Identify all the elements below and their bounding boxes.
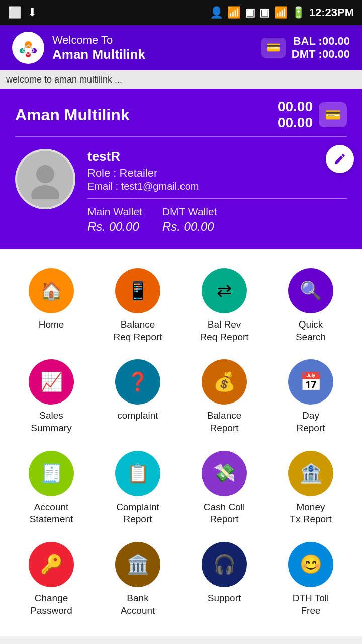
grid-item-cash-coll-report[interactable]: 💸Cash Coll Report — [183, 447, 265, 530]
screen-record-icon: ⬜ — [8, 6, 22, 19]
wallet-icon-card: 💳 — [319, 102, 347, 127]
app-logo — [12, 32, 44, 64]
welcome-line2: Aman Multilink — [52, 47, 145, 62]
svg-point-9 — [36, 165, 54, 183]
balance-report-label: Balance Report — [207, 410, 242, 434]
dth-toll-free-icon: 😊 — [288, 542, 333, 587]
status-bar: ⬜ ⬇ 👤 📶 ▣ ▣ 📶 🔋 12:23PM — [0, 0, 362, 25]
grid-item-complaint-report[interactable]: 📋Complaint Report — [97, 447, 179, 530]
main-card: Aman Multilink 00.00 00.00 💳 testR Role … — [0, 89, 362, 249]
welcome-text: Welcome To Aman Multilink — [52, 34, 145, 62]
change-password-icon: 🔑 — [29, 542, 74, 587]
dmt-label-value: DMT :00.00 — [292, 48, 350, 61]
home-label: Home — [39, 318, 64, 331]
quick-search-label: Quick Search — [296, 318, 326, 343]
bal-row: 💳 BAL :00.00 DMT :00.00 — [261, 35, 350, 61]
wallets-row: Main Wallet Rs. 00.00 DMT Wallet Rs. 00.… — [87, 206, 347, 234]
grid-item-bank-account[interactable]: 🏛️Bank Account — [97, 538, 179, 621]
wallet-divider — [87, 198, 347, 199]
account-statement-icon: 🧾 — [29, 451, 74, 496]
avatar — [15, 149, 75, 209]
download-icon: ⬇ — [28, 6, 37, 19]
balance-report-icon: 💰 — [202, 359, 247, 405]
grid-item-support[interactable]: 🎧Support — [183, 538, 265, 621]
grid-item-change-password[interactable]: 🔑Change Password — [10, 538, 93, 621]
dmt-wallet-label: DMT Wallet — [162, 206, 217, 218]
grid-item-bal-rev-req-report[interactable]: ⇄Bal Rev Req Report — [183, 264, 265, 347]
main-wallet-label: Main Wallet — [87, 206, 142, 218]
home-icon: 🏠 — [29, 268, 74, 313]
sales-summary-icon: 📈 — [29, 359, 74, 405]
edit-icon — [333, 152, 346, 166]
dmt-wallet: DMT Wallet Rs. 00.00 — [162, 206, 217, 234]
status-icons-right: 👤 📶 ▣ ▣ 📶 🔋 12:23PM — [210, 6, 354, 19]
profile-role: Role : Retailer — [87, 167, 347, 180]
bal-label-value: BAL :00.00 — [292, 35, 350, 48]
cash-coll-report-icon: 💸 — [202, 451, 247, 496]
profile-section: testR Role : Retailer Email : test1@gmai… — [0, 137, 362, 249]
profile-username: testR — [87, 149, 347, 165]
card-balance-values: 00.00 00.00 — [278, 99, 313, 131]
clock: 12:23PM — [309, 6, 354, 19]
grid-item-balance-req-report[interactable]: 📱Balance Req Report — [97, 264, 179, 347]
complaint-label: complaint — [117, 410, 158, 422]
grid-item-account-statement[interactable]: 🧾Account Statement — [10, 447, 93, 530]
bal-rev-req-report-icon: ⇄ — [202, 268, 247, 313]
battery-icon: 🔋 — [292, 6, 305, 19]
grid-item-sales-summary[interactable]: 📈Sales Summary — [10, 355, 93, 438]
grid-item-complaint[interactable]: ❓complaint — [97, 355, 179, 438]
main-wallet-amount: Rs. 00.00 — [87, 220, 142, 234]
svg-point-10 — [31, 185, 59, 199]
grid-item-dth-toll-free[interactable]: 😊DTH Toll Free — [269, 538, 352, 621]
grid-item-quick-search[interactable]: 🔍Quick Search — [269, 264, 352, 347]
wifi-icon: 📶 — [227, 6, 241, 19]
balance-req-report-label: Balance Req Report — [113, 318, 162, 343]
logo-svg — [15, 35, 41, 61]
grid-item-money-tx-report[interactable]: 🏦Money Tx Report — [269, 447, 352, 530]
bal-rev-req-report-label: Bal Rev Req Report — [200, 318, 248, 343]
balance-req-report-icon: 📱 — [115, 268, 160, 313]
sim2-icon: ▣ — [259, 6, 270, 19]
profile-info: testR Role : Retailer Email : test1@gmai… — [87, 149, 347, 234]
day-report-icon: 📅 — [288, 359, 333, 405]
ticker-text: welcome to aman multilink ... — [6, 74, 122, 85]
bank-account-label: Bank Account — [121, 592, 155, 617]
support-icon: 🎧 — [202, 542, 247, 587]
dth-toll-free-label: DTH Toll Free — [293, 592, 329, 617]
money-tx-report-icon: 🏦 — [288, 451, 333, 496]
signal-icon: 📶 — [274, 6, 288, 19]
grid-item-day-report[interactable]: 📅Day Report — [269, 355, 352, 438]
header-balance: 💳 BAL :00.00 DMT :00.00 — [261, 35, 350, 61]
sales-summary-label: Sales Summary — [31, 410, 71, 434]
quick-search-icon: 🔍 — [288, 268, 333, 313]
menu-grid: 🏠Home📱Balance Req Report⇄Bal Rev Req Rep… — [10, 264, 352, 621]
account-statement-label: Account Statement — [30, 501, 73, 526]
sim-icon: ▣ — [245, 6, 255, 19]
ticker-bar: welcome to aman multilink ... — [0, 70, 362, 89]
person-icon: 👤 — [210, 6, 223, 19]
welcome-line1: Welcome To — [52, 34, 145, 47]
day-report-label: Day Report — [296, 410, 325, 434]
profile-email: Email : test1@gmail.com — [87, 181, 347, 192]
edit-profile-button[interactable] — [326, 145, 354, 173]
avatar-svg — [25, 159, 65, 199]
cash-coll-report-label: Cash Coll Report — [204, 501, 245, 526]
card-header: Aman Multilink 00.00 00.00 💳 — [0, 89, 362, 136]
status-icons-left: ⬜ ⬇ — [8, 6, 37, 19]
complaint-icon: ❓ — [115, 359, 160, 405]
top-header: Welcome To Aman Multilink 💳 BAL :00.00 D… — [0, 25, 362, 70]
main-wallet: Main Wallet Rs. 00.00 — [87, 206, 142, 234]
complaint-report-icon: 📋 — [115, 451, 160, 496]
grid-item-balance-report[interactable]: 💰Balance Report — [183, 355, 265, 438]
grid-item-home[interactable]: 🏠Home — [10, 264, 93, 347]
card-balance-val2: 00.00 — [278, 115, 313, 131]
dmt-wallet-amount: Rs. 00.00 — [162, 220, 217, 234]
money-tx-report-label: Money Tx Report — [290, 501, 331, 526]
card-title: Aman Multilink — [15, 106, 130, 124]
card-balance-val1: 00.00 — [278, 99, 313, 115]
grid-section: 🏠Home📱Balance Req Report⇄Bal Rev Req Rep… — [0, 249, 362, 636]
support-label: Support — [208, 592, 241, 605]
bank-account-icon: 🏛️ — [115, 542, 160, 587]
complaint-report-label: Complaint Report — [116, 501, 159, 526]
wallet-icon-top: 💳 — [261, 38, 286, 58]
